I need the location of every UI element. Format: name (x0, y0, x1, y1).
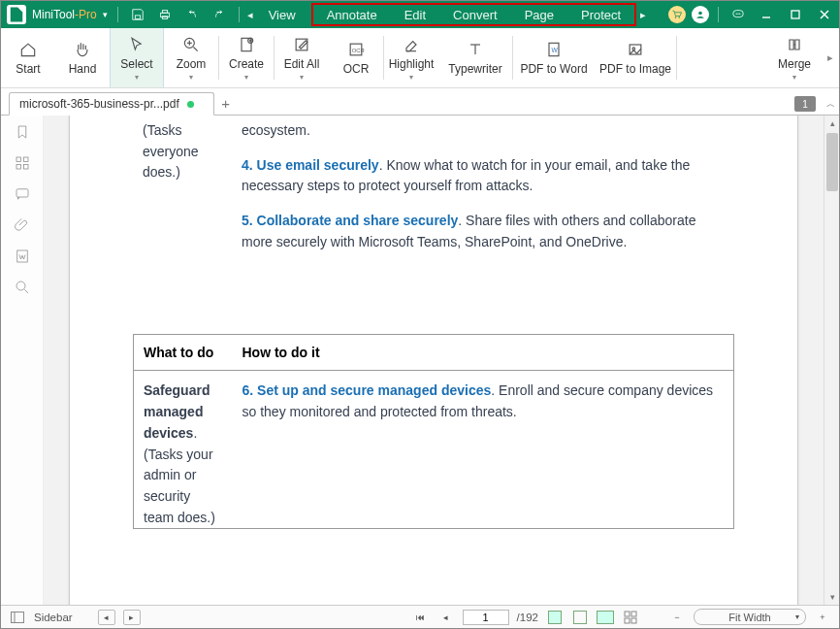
view-single-icon[interactable] (546, 610, 564, 625)
redo-icon[interactable] (206, 1, 233, 28)
pdf-page: (Tasks everyone does.) ecosystem. 4. Use… (69, 116, 798, 605)
add-tab-button[interactable]: + (214, 91, 238, 115)
ribbon-overflow-icon[interactable]: ▸ (822, 28, 839, 87)
zoom-in-button[interactable]: + (814, 610, 831, 625)
feedback-icon[interactable] (725, 1, 752, 28)
svg-rect-44 (625, 612, 630, 616)
table-header: What to do (134, 335, 233, 371)
ribbon-edit-all[interactable]: Edit All▾ (275, 28, 329, 87)
menu-scroll-right-icon[interactable]: ▸ (638, 9, 648, 21)
menu-highlight-box: Annotate Edit Convert Page Protect (311, 3, 637, 26)
close-icon[interactable] (810, 1, 839, 28)
doc-link[interactable]: 5. Collaborate and share securely (242, 213, 458, 228)
search-icon[interactable] (14, 279, 31, 296)
attachments-icon[interactable] (14, 216, 31, 234)
app-name: MiniTool-Pro (32, 8, 97, 21)
collapse-ribbon-icon[interactable]: ︿ (826, 98, 835, 111)
sidebar-toggle-icon[interactable] (9, 610, 26, 625)
ribbon-zoom[interactable]: Zoom▾ (164, 28, 218, 87)
app-menu-dropdown[interactable]: ▾ (97, 10, 112, 19)
ribbon-typewriter[interactable]: Typewriter (438, 28, 512, 87)
menu-scroll-left-icon[interactable]: ◂ (245, 9, 255, 21)
side-panel (1, 116, 44, 605)
svg-rect-35 (23, 157, 28, 162)
thumbnails-icon[interactable] (14, 154, 31, 172)
minimize-icon[interactable] (752, 1, 781, 28)
statusbar: Sidebar ◂ ▸ ⏮ ◂ /192 − Fit Width▾ + (1, 605, 839, 628)
ribbon-start[interactable]: Start (1, 28, 55, 87)
menu-annotate[interactable]: Annotate (313, 5, 391, 24)
vertical-scrollbar[interactable]: ▴ ▾ (824, 116, 839, 605)
ribbon-ocr[interactable]: OCROCR (329, 28, 383, 87)
svg-rect-36 (16, 165, 21, 170)
svg-point-9 (737, 13, 738, 14)
table-cell: Safeguard managed devices. (Tasks your a… (134, 371, 233, 529)
ribbon-pdf-to-image[interactable]: PDF to Image (595, 28, 676, 87)
menu-convert[interactable]: Convert (439, 5, 511, 24)
table-lower: What to do How to do it Safeguard manage… (133, 334, 734, 529)
menu-page[interactable]: Page (511, 5, 567, 24)
menu-view[interactable]: View (255, 1, 309, 28)
svg-rect-37 (23, 165, 28, 170)
main-menu: ◂ View Annotate Edit Convert Page Protec… (245, 1, 649, 28)
comments-icon[interactable] (14, 185, 31, 203)
titlebar: MiniTool-Pro ▾ ◂ View Annotate Edit Conv… (1, 1, 839, 28)
svg-line-41 (24, 289, 28, 293)
table-header: How to do it (233, 335, 734, 371)
svg-point-4 (675, 17, 677, 18)
unsaved-dot-icon (187, 101, 194, 108)
ribbon-hand[interactable]: Hand (55, 28, 110, 87)
file-tab[interactable]: microsoft-365-business-pr...pdf (9, 92, 214, 116)
zoom-out-button[interactable]: − (668, 610, 686, 625)
ribbon-merge[interactable]: Merge▾ (767, 28, 822, 87)
page-badge: 1 (794, 96, 816, 112)
zoom-fit-select[interactable]: Fit Width▾ (694, 609, 806, 625)
prev-page-button[interactable]: ◂ (98, 610, 115, 625)
page-back-icon[interactable]: ◂ (437, 610, 455, 625)
user-icon[interactable] (692, 6, 709, 23)
cart-icon[interactable] (668, 6, 686, 23)
app-window: MiniTool-Pro ▾ ◂ View Annotate Edit Conv… (0, 0, 840, 629)
scroll-down-icon[interactable]: ▾ (824, 589, 839, 605)
ribbon-create[interactable]: Create▾ (219, 28, 274, 87)
svg-text:OCR: OCR (352, 48, 365, 53)
maximize-icon[interactable] (781, 1, 810, 28)
file-tab-label: microsoft-365-business-pr...pdf (19, 97, 179, 111)
svg-rect-45 (631, 612, 636, 616)
scrollbar-thumb[interactable] (826, 133, 838, 191)
page-total: /192 (517, 612, 538, 623)
svg-line-16 (194, 47, 198, 50)
svg-text:W: W (552, 47, 559, 53)
scroll-up-icon[interactable]: ▴ (824, 116, 839, 131)
doc-link[interactable]: 6. Set up and secure managed devices (242, 382, 492, 398)
menu-protect[interactable]: Protect (567, 5, 634, 24)
ribbon-pdf-to-word[interactable]: WPDF to Word (513, 28, 595, 87)
page-stack[interactable]: (Tasks everyone does.) ecosystem. 4. Use… (44, 116, 824, 605)
table-cell: ecosystem. 4. Use email securely. Know w… (232, 116, 734, 266)
svg-point-10 (739, 13, 740, 14)
view-facing-icon[interactable] (597, 610, 614, 625)
undo-icon[interactable] (178, 1, 206, 28)
document-tabs: microsoft-365-business-pr...pdf + 1 ︿ (1, 88, 839, 116)
next-page-button[interactable]: ▸ (123, 610, 141, 625)
menu-edit[interactable]: Edit (391, 5, 439, 24)
page-number-input[interactable] (463, 610, 509, 625)
save-icon[interactable] (124, 1, 151, 28)
sidebar-label: Sidebar (34, 612, 73, 623)
ribbon-highlight[interactable]: Highlight▾ (384, 28, 438, 87)
ribbon: Start Hand Select▾ Zoom▾ Create▾ Edit Al… (1, 28, 839, 88)
bookmarks-icon[interactable] (14, 123, 31, 141)
table-cell: (Tasks everyone does.) (133, 116, 232, 266)
view-grid-icon[interactable] (622, 610, 639, 625)
first-page-icon[interactable]: ⏮ (412, 610, 430, 625)
table-cell: 6. Set up and secure managed devices. En… (233, 371, 734, 529)
svg-point-6 (698, 12, 702, 16)
print-icon[interactable] (151, 1, 178, 28)
view-continuous-icon[interactable] (571, 610, 589, 625)
document-viewport: (Tasks everyone does.) ecosystem. 4. Use… (44, 116, 839, 605)
ribbon-select[interactable]: Select▾ (110, 28, 164, 87)
svg-rect-34 (16, 157, 21, 162)
word-export-icon[interactable] (14, 248, 31, 265)
app-logo-icon (7, 5, 26, 24)
doc-link[interactable]: 4. Use email securely (242, 157, 379, 173)
